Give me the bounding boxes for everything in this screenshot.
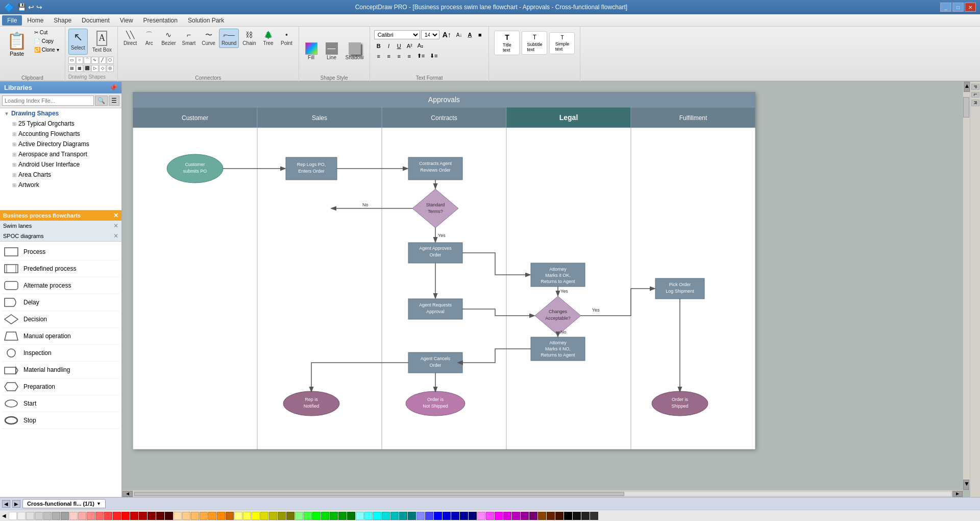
color-cell[interactable] [312,512,321,520]
color-cell[interactable] [260,512,268,520]
color-cell[interactable] [104,512,112,520]
cross-functional-tab[interactable]: Cross-functional fl... (1/1) ▼ [22,499,106,508]
color-cell[interactable] [434,512,442,520]
tab-nav-left-button[interactable]: ◀ [2,500,10,508]
palette-left-arrow[interactable]: ◀ [2,513,6,518]
material-handling-shape-item[interactable]: Material handling [2,362,119,378]
font-family-select[interactable]: Calibri [374,30,420,39]
color-cell[interactable] [486,512,494,520]
title-text-style-button[interactable]: T Titletext [494,31,520,55]
process-shape-item[interactable]: Process [2,244,119,260]
android-tree-item[interactable]: ⊞ Android User Interface [0,159,121,170]
color-cell[interactable] [477,512,485,520]
font-size-increase-button[interactable]: A↑ [440,30,453,40]
color-cell[interactable] [234,512,242,520]
color-cell[interactable] [87,512,95,520]
menu-solution-park[interactable]: Solution Park [183,15,229,26]
preparation-shape-item[interactable]: Preparation [2,378,119,395]
business-process-tag[interactable]: Business process flowcharts ✕ [0,210,121,221]
color-cell[interactable] [529,512,537,520]
start-shape-item[interactable]: Start [2,395,119,412]
manual-operation-shape-item[interactable]: Manual operation [2,328,119,345]
swim-lanes-tag[interactable]: Swim lanes ✕ [0,221,121,231]
shape-tool-4[interactable]: ⬛ [84,65,91,72]
shadow-button[interactable]: Shadow [343,40,366,62]
shape-tool-7[interactable]: ◎ [107,65,114,72]
shape-tool-poly[interactable]: ⬡ [107,57,114,64]
color-cell[interactable] [425,512,433,520]
properties-panel-icon[interactable]: R [971,100,979,106]
curve-connector-button[interactable]: 〜 Curve [199,29,218,48]
spoc-diagrams-tag[interactable]: SPOC diagrams ✕ [0,231,121,241]
h-scroll-thumb[interactable] [134,492,624,496]
shape-tool-2[interactable]: ▤ [68,65,76,72]
color-cell[interactable] [573,512,581,520]
shape-tool-3[interactable]: ▦ [76,65,83,72]
color-cell[interactable] [113,512,121,520]
maximize-button[interactable]: □ [952,3,964,12]
spoc-diagrams-tag-close-icon[interactable]: ✕ [113,232,118,240]
color-cell[interactable] [547,512,555,520]
decision-shape-item[interactable]: Decision [2,311,119,328]
highlight-button[interactable]: ■ [475,31,484,39]
color-cell[interactable] [581,512,590,520]
color-cell[interactable] [469,512,477,520]
color-cell[interactable] [295,512,303,520]
point-connector-button[interactable]: • Point [278,29,296,48]
h-scroll-right-button[interactable]: ▶ [952,491,963,497]
color-cell[interactable] [121,512,130,520]
menu-view[interactable]: View [115,15,138,26]
color-cell[interactable] [226,512,234,520]
quick-access[interactable]: 💾 ↩ ↪ [17,3,42,11]
delay-shape-item[interactable]: Delay [2,294,119,311]
arc-connector-button[interactable]: ⌒ Arc [140,29,158,48]
subtitle-text-style-button[interactable]: T Subtitletext [522,31,547,55]
align-bottom-button[interactable]: ⬇≡ [428,52,439,60]
shape-tool-rect[interactable]: ▭ [68,57,76,64]
h-scroll-left-button[interactable]: ◀ [122,491,133,497]
libraries-pin-icon[interactable]: 📌 [109,84,117,91]
aerospace-tree-item[interactable]: ⊞ Aerospace and Transport [0,149,121,159]
color-cell[interactable] [590,512,598,520]
v-scroll-thumb[interactable] [963,97,969,117]
layers-panel-icon[interactable]: L [971,92,979,98]
menu-shape[interactable]: Shape [48,15,77,26]
color-cell[interactable] [69,512,78,520]
tree-connector-button[interactable]: 🌲 Tree [260,29,277,48]
color-cell[interactable] [278,512,286,520]
color-cell[interactable] [243,512,251,520]
shape-tool-circle[interactable]: ○ [76,57,83,64]
color-cell[interactable] [130,512,138,520]
color-cell[interactable] [252,512,260,520]
area-charts-tree-item[interactable]: ⊞ Area Charts [0,170,121,180]
color-cell[interactable] [148,512,156,520]
close-button[interactable]: ✕ [965,3,976,12]
color-cell[interactable] [165,512,173,520]
color-cell[interactable] [200,512,208,520]
italic-button[interactable]: I [384,42,394,50]
color-cell[interactable] [373,512,381,520]
color-cell[interactable] [382,512,390,520]
chain-connector-button[interactable]: ⛓ Chain [240,29,258,48]
color-cell[interactable] [356,512,364,520]
pages-panel-icon[interactable]: P [971,84,979,90]
v-scroll-up-button[interactable]: ▲ [964,82,970,92]
fill-button[interactable]: Fill [302,40,321,62]
alternate-process-shape-item[interactable]: Alternate process [2,277,119,294]
color-cell[interactable] [217,512,225,520]
library-menu-button[interactable]: ☰ [109,96,119,106]
shape-tool-6[interactable]: ◇ [99,65,106,72]
menu-document[interactable]: Document [77,15,115,26]
bezier-connector-button[interactable]: ∿ Bezier [159,29,178,48]
vertical-scrollbar[interactable]: ▲ ▼ [963,82,970,490]
tab-dropdown-icon[interactable]: ▼ [96,501,101,506]
canvas-paper[interactable]: Approvals Customer Sales Contracts Legal… [133,92,755,449]
business-process-tag-close-icon[interactable]: ✕ [113,212,118,219]
color-cell[interactable] [521,512,529,520]
color-cell[interactable] [286,512,295,520]
round-connector-button[interactable]: ⌐— Round [219,29,239,48]
text-box-button[interactable]: A Text Box [90,29,114,55]
align-left-button[interactable]: ≡ [374,52,383,60]
color-cell[interactable] [304,512,312,520]
color-cell[interactable] [17,512,26,520]
